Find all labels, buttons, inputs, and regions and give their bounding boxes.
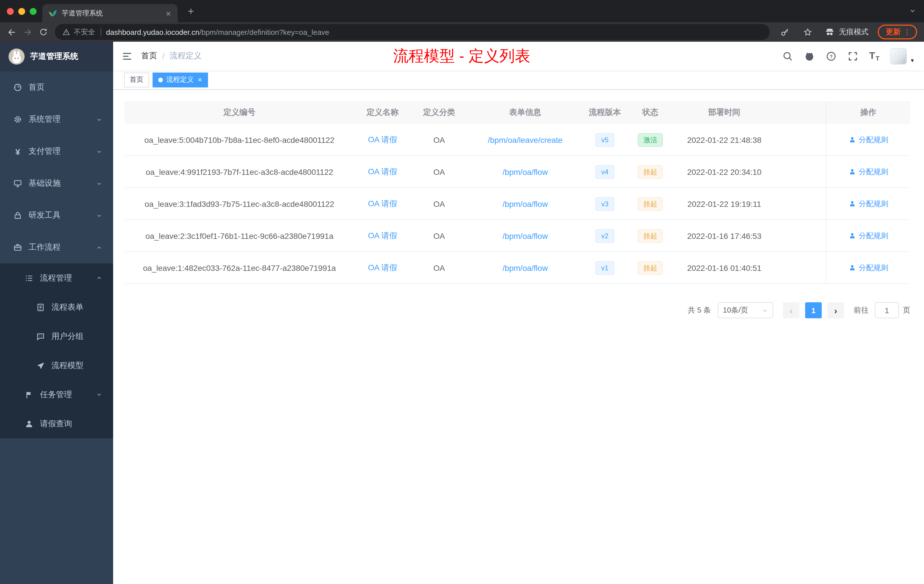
url-host: dashboard.yudao.iocoder.cn — [106, 28, 200, 36]
url-path: /bpm/manager/definition?key=oa_leave — [200, 28, 330, 36]
avatar[interactable] — [890, 48, 907, 64]
fullscreen-icon[interactable] — [847, 51, 858, 61]
sidebar-item-task-management[interactable]: 任务管理 — [0, 380, 113, 409]
cell-deploy-time: 2022-01-22 21:48:38 — [674, 124, 775, 155]
close-window-button[interactable] — [7, 8, 14, 15]
definition-name-link[interactable]: OA 请假 — [368, 262, 398, 273]
cell-category: OA — [411, 156, 467, 187]
version-badge: v2 — [596, 229, 614, 243]
sidebar-item-process-model[interactable]: 流程模型 — [0, 351, 113, 380]
help-icon[interactable]: ? — [826, 51, 837, 61]
chevron-down-icon — [96, 391, 102, 398]
page-size-select[interactable]: 10条/页 — [718, 302, 773, 318]
sidebar-logo: 芋道管理系统 — [0, 42, 113, 71]
page-title: 流程模型 - 定义列表 — [393, 46, 530, 66]
breadcrumb-home[interactable]: 首页 — [141, 51, 157, 61]
github-icon[interactable] — [804, 51, 815, 61]
zoom-window-button[interactable] — [30, 8, 36, 15]
sidebar-item-label: 流程管理 — [40, 273, 72, 283]
sidebar-item-leave-query[interactable]: 请假查询 — [0, 409, 113, 438]
assign-rule-link[interactable]: 分配规则 — [848, 262, 888, 273]
sidebar-item-user-group[interactable]: 用户分组 — [0, 322, 113, 351]
table-row: oa_leave:3:1fad3d93-7b75-11ec-a3c8-acde4… — [125, 188, 910, 220]
version-badge: v3 — [596, 197, 614, 211]
sidebar-item-system[interactable]: 系统管理 — [0, 104, 113, 135]
user-icon — [848, 200, 856, 208]
definition-name-link[interactable]: OA 请假 — [368, 231, 398, 241]
sidebar-item-label: 工作流程 — [28, 242, 61, 252]
form-link[interactable]: /bpm/oa/flow — [503, 263, 548, 272]
back-icon[interactable] — [3, 24, 20, 40]
sidebar-item-home[interactable]: 首页 — [0, 71, 113, 104]
form-link[interactable]: /bpm/oa/flow — [503, 167, 548, 176]
cell-definition-id: oa_leave:4:991f2193-7b7f-11ec-a3c8-acde4… — [125, 156, 354, 187]
assign-rule-link[interactable]: 分配规则 — [848, 199, 888, 209]
assign-rule-link[interactable]: 分配规则 — [848, 135, 888, 145]
definition-name-link[interactable]: OA 请假 — [368, 167, 398, 177]
goto-page-input[interactable] — [875, 302, 899, 318]
browser-tab[interactable]: 芋道管理系统 × — [42, 4, 178, 22]
assign-rule-label: 分配规则 — [858, 231, 888, 241]
tab-close-icon[interactable]: × — [165, 8, 172, 18]
next-page-button[interactable]: › — [827, 302, 844, 318]
cell-deploy-time: 2022-01-22 19:19:11 — [674, 188, 775, 219]
form-link[interactable]: /bpm/oa/leave/create — [488, 135, 563, 144]
cell-definition-id: oa_leave:1:482ec033-762a-11ec-8477-a2380… — [125, 252, 354, 284]
bookmark-star-icon[interactable] — [799, 24, 815, 40]
sidebar-item-devtools[interactable]: 研发工具 — [0, 200, 113, 231]
tag-label: 首页 — [130, 75, 144, 84]
cell-deploy-time: 2022-01-16 17:46:53 — [674, 220, 775, 251]
definition-name-link[interactable]: OA 请假 — [368, 135, 398, 145]
lock-icon — [13, 210, 23, 221]
table-header: 定义编号 定义名称 定义分类 表单信息 流程版本 状态 部署时间 操作 — [125, 101, 910, 124]
version-badge: v4 — [596, 165, 614, 178]
tag-process-definition[interactable]: 流程定义 × — [153, 72, 208, 87]
form-link[interactable]: /bpm/oa/flow — [503, 231, 548, 240]
definition-name-link[interactable]: OA 请假 — [368, 199, 398, 209]
minimize-window-button[interactable] — [18, 8, 25, 15]
dashboard-icon — [13, 82, 23, 92]
chevron-up-icon — [96, 244, 102, 251]
status-badge: 激活 — [638, 133, 663, 147]
user-menu[interactable]: ▼ — [890, 48, 915, 64]
browser-tab-strip: 芋道管理系统 × + — [0, 0, 924, 22]
sidebar-item-payment[interactable]: ¥ 支付管理 — [0, 135, 113, 167]
assign-rule-link[interactable]: 分配规则 — [848, 167, 888, 177]
password-key-icon[interactable] — [777, 24, 792, 40]
prev-page-button[interactable]: ‹ — [783, 302, 799, 318]
sidebar-item-process-management[interactable]: 流程管理 — [0, 264, 113, 292]
page-unit-label: 页 — [903, 305, 910, 315]
cell-category: OA — [411, 220, 467, 251]
form-link[interactable]: /bpm/oa/flow — [503, 199, 548, 208]
font-size-icon[interactable]: TT — [869, 50, 879, 62]
list-icon — [24, 273, 34, 283]
sidebar-item-process-form[interactable]: 流程表单 — [0, 292, 113, 322]
forward-icon[interactable] — [20, 24, 35, 40]
col-header: 流程版本 — [583, 101, 627, 124]
cell-category: OA — [411, 188, 467, 219]
tag-close-icon[interactable]: × — [198, 76, 202, 83]
assign-rule-label: 分配规则 — [858, 135, 888, 145]
tag-home[interactable]: 首页 — [124, 72, 149, 87]
sidebar-item-infrastructure[interactable]: 基础设施 — [0, 167, 113, 200]
search-icon[interactable] — [782, 51, 793, 61]
sidebar-item-label: 研发工具 — [28, 210, 61, 221]
flag-icon — [24, 389, 34, 400]
assign-rule-link[interactable]: 分配规则 — [848, 231, 888, 241]
browser-menu-dots-icon[interactable] — [903, 28, 911, 36]
security-label[interactable]: 不安全 — [74, 27, 95, 37]
sidebar-item-label: 首页 — [28, 82, 45, 92]
address-bar[interactable]: 不安全 dashboard.yudao.iocoder.cn /bpm/mana… — [55, 24, 770, 40]
tab-search-caret-icon[interactable] — [909, 7, 916, 14]
sidebar-item-label: 流程表单 — [51, 302, 83, 312]
update-button[interactable]: 更新 — [878, 25, 917, 40]
user-icon — [24, 419, 34, 429]
app-title: 芋道管理系统 — [30, 51, 78, 62]
page-number-button[interactable]: 1 — [805, 302, 822, 318]
refresh-icon[interactable] — [35, 24, 51, 40]
new-tab-button[interactable]: + — [183, 3, 199, 20]
sidebar-item-workflow[interactable]: 工作流程 — [0, 231, 113, 264]
assign-rule-label: 分配规则 — [858, 167, 888, 177]
hamburger-icon[interactable] — [113, 42, 141, 70]
table-row: oa_leave:2:3c1f0ef1-76b1-11ec-9c66-a2380… — [125, 220, 910, 252]
